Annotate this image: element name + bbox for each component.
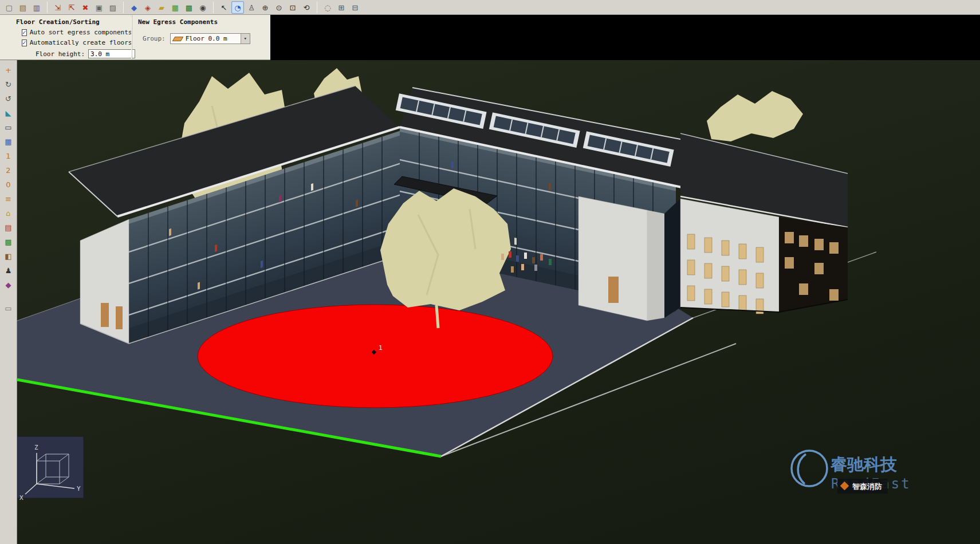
checkbox-checked-icon[interactable]: ✓ [22,40,27,46]
left-toolbar: +↻↺◣▭▦120≡⌂▤▩◧♟◆▭ [0,60,17,544]
zoom-tool-button[interactable]: ⊙ [273,1,285,14]
stairs-tool[interactable]: ≡ [2,192,15,205]
auto-sort-label: Auto sort egress components [30,29,132,36]
copy-view-button[interactable]: ▣ [93,1,105,14]
checkbox-checked-icon[interactable]: ✓ [22,29,27,36]
cone-view-tool[interactable]: ◣ [2,107,15,119]
orbit-tool-button[interactable]: ◔ [231,1,244,14]
options-strip: Floor Creation/Sorting ✓ Auto sort egres… [0,15,270,60]
measure-tool[interactable]: ▭ [2,302,15,314]
3d-scene[interactable]: 1 [17,60,980,544]
mirror-object-tool[interactable]: ↺ [2,92,15,105]
top-toolbar: ▢▤▥⇲⇱✖▣▨◆◈▰▦▩◉↖◔♙⊕⊙⊡⟲◌⊞⊟ [0,0,980,15]
toolbar-separator [123,2,124,13]
pan-tool-button[interactable]: ⊕ [259,1,271,14]
toolbar-separator [47,2,48,13]
auto-create-floors-label: Automatically create floors [30,39,132,46]
obstruction-tool[interactable]: ◧ [2,250,15,262]
floor-height-label: Floor height: [36,50,85,58]
floor-level-button[interactable]: 2 [2,164,15,176]
right-wing-wall [578,196,664,321]
new-egress-panel: New Egress Components Group: Floor 0.0 m… [132,15,270,60]
reset-camera-button[interactable]: ⟲ [300,1,313,14]
group-dropdown-value: Floor 0.0 m [186,35,241,42]
3d-viewport[interactable]: 1 [17,60,980,544]
toolbar-separator [317,2,317,13]
options-strip-background: Floor Creation/Sorting ✓ Auto sort egres… [0,15,980,60]
mesh-panel-tool[interactable]: ▦ [2,135,15,148]
rectangle-tool[interactable]: ▭ [2,121,15,133]
group-dropdown[interactable]: Floor 0.0 m ▾ [170,33,250,44]
floor-height-input[interactable] [88,49,135,58]
door [116,306,123,329]
auto-create-floors-checkbox[interactable]: ✓ Automatically create floors [22,39,132,46]
record-movie-button[interactable]: ◉ [196,1,209,14]
add-mesh-button[interactable]: ▦ [169,1,182,14]
auto-sort-checkbox[interactable]: ✓ Auto sort egress components [22,29,132,36]
dropdown-arrow-icon[interactable]: ▾ [241,34,250,44]
move-object-tool[interactable]: + [2,64,15,76]
door-tool[interactable]: ⌂ [2,207,15,219]
export-model-button[interactable]: ⇱ [65,1,78,14]
room-tool[interactable]: ▩ [2,235,15,248]
open-3d-results-button[interactable]: ◆ [128,1,140,14]
floor-level-up-button[interactable]: 1 [2,149,15,162]
zoom-box-tool-button[interactable]: ⊡ [286,1,299,14]
side-glass-gap [664,199,680,318]
delete-results-button[interactable]: ✖ [79,1,92,14]
import-model-button[interactable]: ⇲ [52,1,64,14]
paste-view-button[interactable]: ▨ [107,1,119,14]
watermark-title: 睿驰科技 [830,455,898,474]
rotate-object-tool[interactable]: ↻ [2,78,15,90]
show-grid-button[interactable]: ⊟ [349,1,361,14]
axis-x-label: X [19,494,23,502]
new-egress-title: New Egress Components [138,18,270,26]
occupant-tool[interactable]: ♟ [2,264,15,277]
add-grid-button[interactable]: ⊞ [335,1,348,14]
application-window: { "toolbar_top": { "icons": [ {"name":"n… [0,0,980,544]
floor-creation-title: Floor Creation/Sorting [16,18,132,26]
occupant-distribution-zone[interactable]: 1 [198,305,553,408]
select-tool-button[interactable]: ↖ [218,1,230,14]
behavior-tool[interactable]: ◆ [2,278,15,291]
axis-z-label: Z [34,444,38,451]
watermark-badge-label: 智森消防 [852,482,882,491]
floor-icon [172,37,183,41]
door [608,277,619,303]
zone-marker-label: 1 [379,344,383,352]
floor-level-down-button[interactable]: 0 [2,178,15,191]
roam-tool-button[interactable]: ♙ [245,1,258,14]
marquee-select-button[interactable]: ◌ [321,1,334,14]
tree-trunk [436,305,438,328]
axis-gizmo[interactable]: Z Y X [17,436,84,502]
toolbar-separator [213,2,214,13]
axis-y-label: Y [77,485,81,492]
save-file-button[interactable]: ▥ [30,1,43,14]
floor-creation-panel: Floor Creation/Sorting ✓ Auto sort egres… [0,15,132,60]
scenario-manager-button[interactable]: ▰ [155,1,168,14]
left-end-wall [80,219,129,344]
group-label: Group: [143,35,166,42]
new-file-button[interactable]: ▢ [3,1,15,14]
open-file-button[interactable]: ▤ [17,1,29,14]
open-results-button[interactable]: ◈ [141,1,154,14]
exit-tool[interactable]: ▤ [2,221,15,234]
door [101,303,109,327]
edit-mesh-button[interactable]: ▩ [183,1,195,14]
